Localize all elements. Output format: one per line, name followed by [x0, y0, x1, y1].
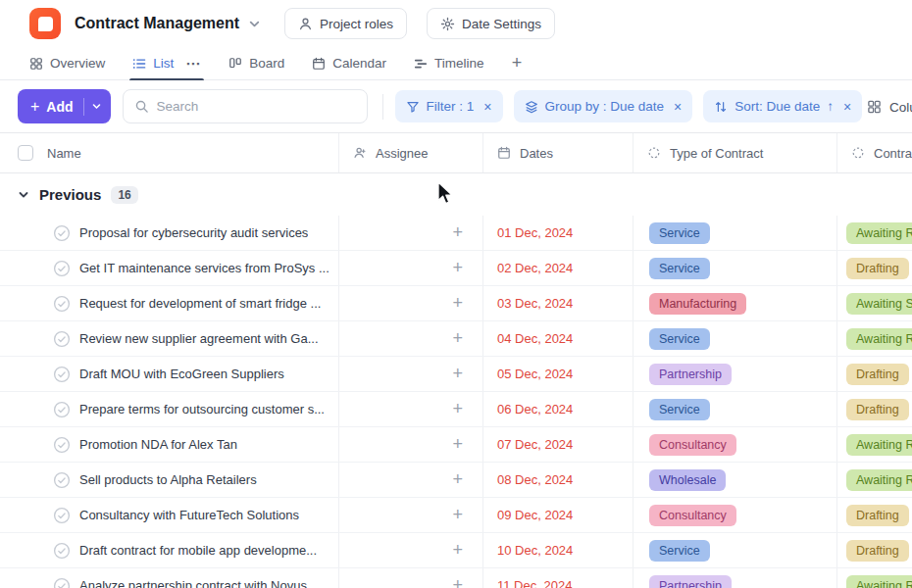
table-row[interactable]: Sell products to Alpha Retailers + 08 De…	[0, 463, 912, 498]
task-name[interactable]: Sell products to Alpha Retailers	[79, 472, 257, 487]
status-tag[interactable]: Awaiting Review	[846, 222, 912, 244]
assignee-cell[interactable]: +	[338, 286, 482, 320]
status-tag[interactable]: Awaiting Review	[846, 328, 912, 350]
status-tag[interactable]: Awaiting Review	[846, 434, 912, 456]
assignee-cell[interactable]: +	[338, 568, 482, 588]
check-circle-icon[interactable]	[53, 260, 71, 277]
check-circle-icon[interactable]	[53, 542, 71, 560]
due-date[interactable]: 03 Dec, 2024	[497, 296, 573, 311]
tab-timeline[interactable]: Timeline	[414, 47, 484, 79]
task-name[interactable]: Proposal for cybersecurity audit service…	[79, 225, 308, 240]
column-header-name[interactable]: Name	[0, 133, 338, 172]
add-assignee-icon[interactable]: +	[452, 434, 463, 455]
table-row[interactable]: Consultancy with FutureTech Solutions + …	[0, 498, 912, 533]
search-box[interactable]	[123, 89, 368, 123]
task-name[interactable]: Draft MOU with EcoGreen Suppliers	[79, 367, 284, 381]
table-row[interactable]: Proposal for cybersecurity audit service…	[0, 216, 912, 251]
check-circle-icon[interactable]	[53, 577, 71, 588]
type-tag[interactable]: Partnership	[649, 364, 732, 385]
tab-list[interactable]: List ⋯	[132, 47, 201, 79]
type-tag[interactable]: Service	[649, 540, 710, 562]
due-date[interactable]: 02 Dec, 2024	[497, 261, 573, 275]
assignee-cell[interactable]: +	[338, 533, 482, 567]
columns-control[interactable]: Columns	[867, 99, 912, 114]
search-input[interactable]	[157, 99, 356, 114]
check-circle-icon[interactable]	[53, 224, 71, 242]
status-tag[interactable]: Drafting	[846, 258, 909, 279]
group-collapse-icon[interactable]	[18, 189, 29, 201]
column-header-assignee[interactable]: Assignee	[338, 133, 482, 172]
check-circle-icon[interactable]	[53, 295, 71, 313]
chevron-down-icon[interactable]	[248, 18, 261, 30]
add-assignee-icon[interactable]: +	[452, 222, 463, 243]
task-name[interactable]: Review new supplier agreement with Ga...	[79, 331, 319, 346]
add-task-button[interactable]: + Add	[18, 89, 111, 123]
due-date[interactable]: 06 Dec, 2024	[497, 402, 573, 416]
filter-chip[interactable]: Filter : 1 ×	[395, 90, 503, 122]
table-row[interactable]: Request for development of smart fridge …	[0, 286, 912, 321]
due-date[interactable]: 10 Dec, 2024	[497, 543, 573, 558]
table-row[interactable]: Promotion NDA for Alex Tan + 07 Dec, 202…	[0, 427, 912, 463]
table-row[interactable]: Analyze partnership contract with Novus.…	[0, 568, 912, 588]
type-tag[interactable]: Consultancy	[649, 434, 736, 456]
add-assignee-icon[interactable]: +	[452, 258, 463, 278]
remove-filter-icon[interactable]: ×	[483, 99, 491, 115]
due-date[interactable]: 01 Dec, 2024	[497, 225, 573, 240]
task-name[interactable]: Promotion NDA for Alex Tan	[79, 437, 237, 452]
type-tag[interactable]: Consultancy	[649, 505, 736, 526]
group-title[interactable]: Previous	[39, 186, 101, 203]
sort-chip[interactable]: Sort: Due date ↑ ×	[703, 90, 862, 122]
group-by-chip[interactable]: Group by : Due date ×	[514, 90, 693, 122]
type-tag[interactable]: Service	[649, 399, 710, 420]
check-circle-icon[interactable]	[53, 471, 71, 489]
check-circle-icon[interactable]	[53, 330, 71, 348]
assignee-cell[interactable]: +	[338, 216, 482, 250]
add-assignee-icon[interactable]: +	[452, 293, 463, 314]
task-name[interactable]: Get IT maintenance services from ProSys …	[79, 261, 329, 275]
task-name[interactable]: Consultancy with FutureTech Solutions	[79, 508, 299, 522]
add-assignee-icon[interactable]: +	[452, 469, 463, 490]
assignee-cell[interactable]: +	[338, 321, 482, 356]
page-title[interactable]: Contract Management	[75, 15, 239, 32]
add-assignee-icon[interactable]: +	[452, 399, 463, 419]
date-settings-button[interactable]: Date Settings	[427, 8, 555, 39]
check-circle-icon[interactable]	[53, 401, 71, 418]
due-date[interactable]: 04 Dec, 2024	[497, 331, 573, 346]
type-tag[interactable]: Wholesale	[649, 469, 726, 491]
add-assignee-icon[interactable]: +	[452, 328, 463, 349]
task-name[interactable]: Request for development of smart fridge …	[79, 296, 321, 311]
table-row[interactable]: Get IT maintenance services from ProSys …	[0, 251, 912, 286]
status-tag[interactable]: Drafting	[846, 505, 909, 526]
select-all-checkbox[interactable]	[18, 145, 33, 161]
tab-board[interactable]: Board	[228, 47, 284, 79]
assignee-cell[interactable]: +	[338, 392, 482, 426]
table-row[interactable]: Review new supplier agreement with Ga...…	[0, 321, 912, 357]
table-row[interactable]: Prepare terms for outsourcing customer s…	[0, 392, 912, 427]
type-tag[interactable]: Partnership	[649, 575, 732, 588]
type-tag[interactable]: Service	[649, 328, 710, 350]
column-header-type[interactable]: Type of Contract	[633, 133, 836, 172]
check-circle-icon[interactable]	[53, 507, 71, 524]
assignee-cell[interactable]: +	[338, 498, 482, 532]
assignee-cell[interactable]: +	[338, 357, 482, 391]
add-view-button[interactable]: +	[512, 53, 523, 74]
type-tag[interactable]: Service	[649, 258, 710, 279]
project-roles-button[interactable]: Project roles	[284, 8, 407, 39]
status-tag[interactable]: Drafting	[846, 540, 909, 562]
table-row[interactable]: Draft MOU with EcoGreen Suppliers + 05 D…	[0, 357, 912, 392]
type-tag[interactable]: Manufacturing	[649, 293, 746, 315]
status-tag[interactable]: Awaiting Signature	[846, 293, 912, 315]
status-tag[interactable]: Drafting	[846, 399, 909, 420]
task-name[interactable]: Draft contract for mobile app developme.…	[79, 543, 317, 558]
task-name[interactable]: Prepare terms for outsourcing customer s…	[79, 402, 325, 416]
column-header-dates[interactable]: Dates	[482, 133, 633, 172]
remove-group-icon[interactable]: ×	[674, 99, 682, 115]
due-date[interactable]: 07 Dec, 2024	[497, 437, 573, 452]
add-dropdown-caret-icon[interactable]	[91, 101, 102, 112]
due-date[interactable]: 09 Dec, 2024	[497, 508, 573, 522]
task-name[interactable]: Analyze partnership contract with Novus.…	[79, 578, 318, 588]
assignee-cell[interactable]: +	[338, 427, 482, 462]
due-date[interactable]: 11 Dec, 2024	[497, 578, 572, 588]
add-assignee-icon[interactable]: +	[452, 364, 463, 384]
tab-calendar[interactable]: Calendar	[312, 47, 386, 79]
